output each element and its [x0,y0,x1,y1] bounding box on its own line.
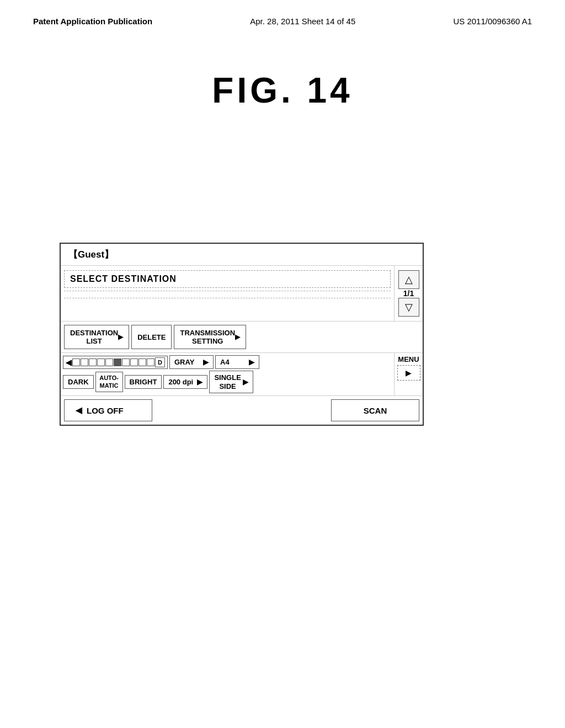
transmission-setting-button[interactable]: TRANSMISSION SETTING ▶ [174,325,246,349]
page-indicator: 1/1 [403,289,414,298]
matic-label: MATIC [100,382,119,389]
transmission-arrow: ▶ [235,333,240,341]
up-arrow-button[interactable]: △ [398,270,419,289]
settings-top: ◀ D [63,355,392,369]
slider-cell-3 [89,358,97,366]
menu-arrow: ▶ [406,368,412,377]
destination-main: SELECT DESTINATION [61,266,394,321]
settings-left: ◀ D [61,353,394,395]
action-row: DESTINATION LIST ▶ DELETE TRANSMISSION S… [61,322,423,353]
slider-d-box: D [155,357,165,367]
gray-button[interactable]: GRAY ▶ [169,355,214,369]
slider-cell-8 [130,358,138,366]
destination-list-label: DESTINATION LIST [70,329,118,345]
dest-line-1 [64,291,391,291]
dpi-button[interactable]: 200 dpi ▶ [163,375,207,389]
scan-button[interactable]: SCAN [331,399,419,421]
slider-cell-4 [97,358,105,366]
slider-cells [72,358,154,366]
dark-button[interactable]: DARK [63,375,94,389]
figure-title: FIG. 14 [0,70,565,111]
auto-matic-button[interactable]: AUTO- MATIC [95,372,123,392]
select-destination-box: SELECT DESTINATION [64,270,391,288]
settings-row: ◀ D [61,353,423,396]
dpi-label: 200 dpi [168,378,193,386]
log-off-button[interactable]: ◀ LOG OFF [64,399,152,421]
log-off-arrow: ◀ [76,405,82,415]
menu-column: MENU ▶ [394,353,423,395]
a4-button[interactable]: A4 ▶ [215,355,259,369]
single-side-button[interactable]: SINGLE SIDE ▶ [209,371,253,393]
bottom-row: ◀ LOG OFF SCAN [61,396,423,425]
a4-arrow: ▶ [249,358,254,366]
gray-label: GRAY [174,358,194,366]
bright-button[interactable]: BRIGHT [125,375,162,389]
bright-label: BRIGHT [130,378,157,386]
settings-bottom: DARK AUTO- MATIC BRIGHT 200 dpi ▶ SINGLE… [63,371,392,393]
slider-cell-1 [72,358,80,366]
auto-label: AUTO- [99,374,119,381]
down-arrow-icon: ▽ [405,301,413,313]
menu-dots-button[interactable]: ▶ [397,365,420,381]
dark-label: DARK [68,378,89,386]
slider-d-label: D [158,359,162,366]
delete-button[interactable]: DELETE [131,325,172,349]
guest-label: 【Guest】 [68,249,114,260]
destination-area: SELECT DESTINATION △ 1/1 ▽ [61,266,423,322]
sheet-info: Apr. 28, 2011 Sheet 14 of 45 [250,17,355,26]
slider-cell-2 [81,358,88,366]
destination-list-arrow: ▶ [118,333,123,341]
ui-panel: 【Guest】 SELECT DESTINATION △ 1/1 ▽ DESTI… [60,243,424,426]
slider-cell-5 [105,358,113,366]
a4-label: A4 [220,358,230,366]
guest-bar: 【Guest】 [61,244,423,266]
select-destination-label: SELECT DESTINATION [70,274,177,283]
page-header: Patent Application Publication Apr. 28, … [0,0,565,26]
down-arrow-button[interactable]: ▽ [398,298,419,317]
brightness-slider[interactable]: ◀ D [63,356,168,369]
slider-cell-6 [114,358,121,366]
patent-number: US 2011/0096360 A1 [453,17,532,26]
destination-list-button[interactable]: DESTINATION LIST ▶ [64,325,129,349]
delete-label: DELETE [137,333,166,341]
dpi-arrow: ▶ [197,378,202,386]
up-arrow-icon: △ [405,274,413,286]
slider-cell-10 [147,358,154,366]
publication-label: Patent Application Publication [33,17,152,26]
log-off-label: LOG OFF [87,406,124,415]
slider-cell-9 [138,358,146,366]
dest-line-2 [64,298,391,298]
menu-label: MENU [398,355,419,363]
nav-arrows: △ 1/1 ▽ [394,266,423,321]
gray-arrow: ▶ [203,358,209,366]
single-side-arrow: ▶ [243,378,248,387]
slider-left-arrow: ◀ [66,358,72,367]
scan-label: SCAN [364,406,387,415]
slider-cell-7 [122,358,130,366]
transmission-label: TRANSMISSION SETTING [180,329,235,345]
single-side-text: SINGLE SIDE [214,373,241,390]
